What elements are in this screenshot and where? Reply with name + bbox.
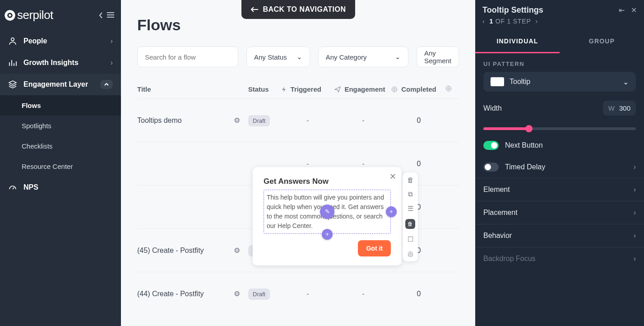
edit-icon[interactable]: ✎ — [320, 205, 334, 219]
settings-panel: Tooltip Settings ⇤ ✕ ‹ 1 OF 1 STEP › IND… — [475, 0, 644, 326]
nav-label: NPS — [23, 183, 38, 191]
svg-point-4 — [392, 87, 397, 92]
svg-point-3 — [11, 38, 14, 41]
accordion-placement[interactable]: Placement› — [475, 201, 644, 224]
tooltip-icon — [491, 77, 504, 86]
row-title: Tooltips demo — [137, 116, 182, 125]
chart-icon — [8, 58, 17, 67]
dock-icon[interactable]: ⇤ — [619, 6, 625, 14]
chevron-left-icon[interactable]: ‹ — [482, 18, 485, 25]
nav-engagement-layer[interactable]: Engagement Layer — [0, 74, 121, 95]
nav-sub-flows[interactable]: Flows — [0, 95, 121, 116]
status-badge: Draft — [248, 289, 270, 300]
bolt-icon — [281, 86, 287, 93]
ui-pattern-select[interactable]: Tooltip ⌄ — [483, 72, 636, 92]
back-label: BACK TO NAVIGATION — [263, 5, 346, 14]
table-row[interactable]: Tooltips demo⚙ Draft - - 0 — [137, 98, 459, 142]
logo-row: serpilot — [0, 0, 121, 30]
people-icon — [8, 37, 17, 46]
gear-icon[interactable]: ⚙ — [234, 116, 240, 125]
toggle-timed-delay: Timed Delay › — [475, 156, 644, 178]
width-slider[interactable] — [475, 127, 644, 130]
nav-sub-spotlights[interactable]: Spotlights — [0, 116, 121, 136]
gear-icon[interactable]: ⚙ — [234, 289, 240, 298]
logo: serpilot — [4, 8, 53, 22]
layers-icon — [8, 80, 17, 89]
cell-completed: 0 — [392, 290, 446, 298]
tooltip-title: Get Answers Now — [264, 177, 391, 186]
nav-nps[interactable]: NPS — [0, 177, 121, 198]
pattern-value: Tooltip — [510, 78, 530, 86]
nav-label: Engagement Layer — [23, 80, 88, 88]
next-button-toggle[interactable] — [483, 141, 499, 150]
add-right-icon[interactable]: + — [386, 206, 397, 217]
segment-select[interactable]: Any Segment — [417, 47, 459, 67]
toggle-label: Next Button — [505, 141, 543, 149]
toggle-label: Timed Delay — [505, 163, 545, 171]
tooltip-preview[interactable]: ✕ Get Answers Now This help button will … — [253, 167, 402, 265]
delete-icon[interactable]: 🗑 — [405, 219, 415, 229]
width-label: Width — [483, 104, 502, 112]
tooltip-cta-button[interactable]: Got it — [358, 240, 391, 256]
back-to-navigation[interactable]: BACK TO NAVIGATION — [241, 0, 355, 19]
nav-label: People — [23, 37, 47, 45]
arrow-left-icon — [250, 6, 258, 13]
row-title: (45) Create - Postfity — [137, 247, 204, 255]
slider-knob[interactable] — [525, 125, 533, 132]
chevron-up-icon — [104, 83, 109, 86]
th-completed[interactable]: Completed — [391, 85, 445, 93]
trash-icon[interactable]: 🗑 — [407, 176, 414, 184]
close-icon[interactable]: ✕ — [631, 6, 637, 14]
nav-growth-insights[interactable]: Growth Insights › — [0, 52, 121, 74]
copy-icon[interactable]: ⧉ — [408, 190, 413, 198]
chevron-right-icon: › — [111, 37, 113, 45]
accordion-behavior[interactable]: Behavior› — [475, 224, 644, 247]
bookmark-icon[interactable]: ☐ — [408, 235, 413, 243]
cell-completed: 0 — [392, 160, 446, 168]
filters-row: Any Status⌄ Any Category⌄ Any Segment — [137, 47, 459, 67]
category-select[interactable]: Any Category⌄ — [318, 47, 408, 67]
th-title[interactable]: Title — [137, 85, 248, 93]
cell-completed: 0 — [392, 116, 446, 125]
cell-engagement: - — [335, 290, 392, 298]
tooltip-body[interactable]: This help button will give you pointers … — [264, 190, 391, 234]
send-icon — [334, 86, 341, 93]
chevron-left-icon — [98, 12, 104, 19]
table-row[interactable]: (44) Create - Postfity⚙ Draft - - 0 — [137, 272, 459, 315]
nav-sub-checklists[interactable]: Checklists — [0, 136, 121, 156]
cell-engagement: - — [335, 116, 392, 125]
target-icon[interactable]: ◎ — [408, 250, 413, 258]
chevron-right-icon[interactable]: › — [634, 163, 636, 171]
timed-delay-toggle[interactable] — [483, 163, 499, 172]
collapse-controls[interactable] — [98, 12, 115, 19]
step-indicator: ‹ 1 OF 1 STEP › — [475, 18, 644, 25]
chevron-down-icon: ⌄ — [623, 78, 629, 86]
add-below-icon[interactable]: + — [322, 229, 333, 240]
chevron-right-icon: › — [634, 186, 636, 194]
nav-people[interactable]: People › — [0, 30, 121, 52]
search-input[interactable] — [137, 47, 238, 67]
tab-group[interactable]: GROUP — [560, 30, 644, 53]
menu-icon — [107, 12, 115, 18]
accordion-element[interactable]: Element› — [475, 178, 644, 201]
th-status[interactable]: Status — [248, 85, 281, 93]
table-header: Title Status Triggered Engagement Comple… — [137, 85, 459, 98]
toggle-next-button: Next Button — [475, 135, 644, 156]
status-select[interactable]: Any Status⌄ — [246, 47, 310, 67]
settings-icon[interactable]: ☰ — [408, 205, 413, 213]
th-triggered[interactable]: Triggered — [281, 85, 335, 93]
accordion-backdrop-focus[interactable]: Backdrop Focus› — [475, 247, 644, 270]
chevron-right-icon[interactable]: › — [536, 18, 538, 25]
nav-sub-resource-center[interactable]: Resource Center — [0, 156, 121, 177]
close-icon[interactable]: ✕ — [389, 172, 396, 182]
target-icon — [391, 86, 398, 93]
gear-icon[interactable]: ⚙ — [234, 246, 240, 255]
tooltip-side-toolbar: 🗑 ⧉ ☰ 🗑 ☐ ◎ — [403, 172, 418, 261]
sidebar: serpilot People › Growth Insights › Enga… — [0, 0, 121, 326]
svg-point-6 — [446, 86, 451, 91]
chevron-right-icon: › — [111, 59, 113, 67]
width-input[interactable]: W300 — [603, 101, 636, 116]
width-unit: W — [608, 104, 615, 112]
tab-individual[interactable]: INDIVIDUAL — [475, 30, 560, 53]
th-engagement[interactable]: Engagement — [334, 85, 391, 93]
